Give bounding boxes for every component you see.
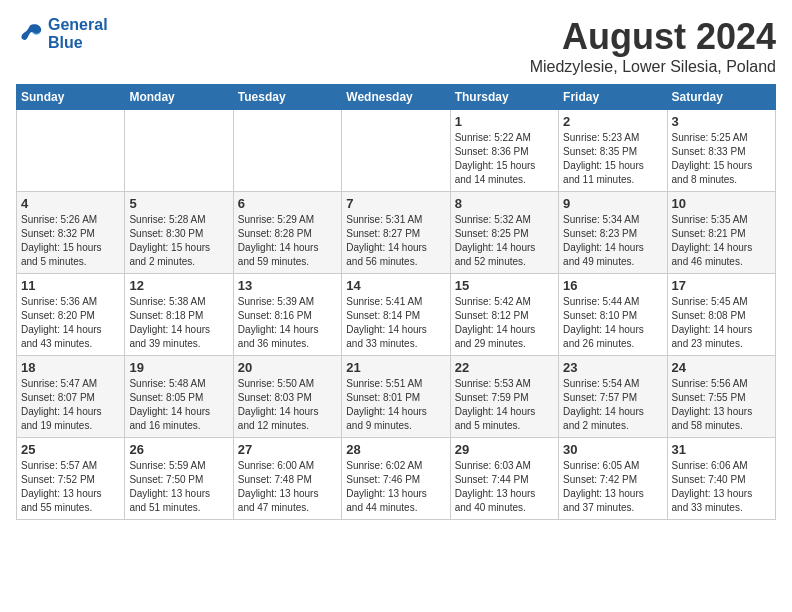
calendar-cell: 22Sunrise: 5:53 AM Sunset: 7:59 PM Dayli…	[450, 356, 558, 438]
calendar-cell: 27Sunrise: 6:00 AM Sunset: 7:48 PM Dayli…	[233, 438, 341, 520]
calendar-cell	[125, 110, 233, 192]
day-info: Sunrise: 5:22 AM Sunset: 8:36 PM Dayligh…	[455, 131, 554, 187]
day-info: Sunrise: 6:05 AM Sunset: 7:42 PM Dayligh…	[563, 459, 662, 515]
calendar-cell: 9Sunrise: 5:34 AM Sunset: 8:23 PM Daylig…	[559, 192, 667, 274]
calendar-cell: 1Sunrise: 5:22 AM Sunset: 8:36 PM Daylig…	[450, 110, 558, 192]
day-info: Sunrise: 5:42 AM Sunset: 8:12 PM Dayligh…	[455, 295, 554, 351]
day-info: Sunrise: 5:28 AM Sunset: 8:30 PM Dayligh…	[129, 213, 228, 269]
calendar-cell	[342, 110, 450, 192]
calendar-cell: 10Sunrise: 5:35 AM Sunset: 8:21 PM Dayli…	[667, 192, 775, 274]
day-info: Sunrise: 5:44 AM Sunset: 8:10 PM Dayligh…	[563, 295, 662, 351]
day-info: Sunrise: 6:00 AM Sunset: 7:48 PM Dayligh…	[238, 459, 337, 515]
day-number: 27	[238, 442, 337, 457]
day-info: Sunrise: 5:54 AM Sunset: 7:57 PM Dayligh…	[563, 377, 662, 433]
calendar-cell: 12Sunrise: 5:38 AM Sunset: 8:18 PM Dayli…	[125, 274, 233, 356]
day-info: Sunrise: 5:50 AM Sunset: 8:03 PM Dayligh…	[238, 377, 337, 433]
day-number: 15	[455, 278, 554, 293]
day-number: 1	[455, 114, 554, 129]
calendar-cell: 18Sunrise: 5:47 AM Sunset: 8:07 PM Dayli…	[17, 356, 125, 438]
weekday-header-thursday: Thursday	[450, 85, 558, 110]
day-info: Sunrise: 5:48 AM Sunset: 8:05 PM Dayligh…	[129, 377, 228, 433]
calendar-cell: 7Sunrise: 5:31 AM Sunset: 8:27 PM Daylig…	[342, 192, 450, 274]
day-number: 10	[672, 196, 771, 211]
day-info: Sunrise: 5:59 AM Sunset: 7:50 PM Dayligh…	[129, 459, 228, 515]
day-number: 18	[21, 360, 120, 375]
day-number: 26	[129, 442, 228, 457]
calendar-cell	[233, 110, 341, 192]
calendar-cell: 23Sunrise: 5:54 AM Sunset: 7:57 PM Dayli…	[559, 356, 667, 438]
day-info: Sunrise: 5:36 AM Sunset: 8:20 PM Dayligh…	[21, 295, 120, 351]
logo-line1: General	[48, 16, 108, 34]
weekday-header-saturday: Saturday	[667, 85, 775, 110]
day-number: 2	[563, 114, 662, 129]
calendar-cell: 4Sunrise: 5:26 AM Sunset: 8:32 PM Daylig…	[17, 192, 125, 274]
day-info: Sunrise: 5:34 AM Sunset: 8:23 PM Dayligh…	[563, 213, 662, 269]
calendar-cell: 21Sunrise: 5:51 AM Sunset: 8:01 PM Dayli…	[342, 356, 450, 438]
day-number: 3	[672, 114, 771, 129]
calendar-cell: 31Sunrise: 6:06 AM Sunset: 7:40 PM Dayli…	[667, 438, 775, 520]
page-title: August 2024	[530, 16, 776, 58]
day-info: Sunrise: 5:53 AM Sunset: 7:59 PM Dayligh…	[455, 377, 554, 433]
day-number: 30	[563, 442, 662, 457]
calendar-cell: 2Sunrise: 5:23 AM Sunset: 8:35 PM Daylig…	[559, 110, 667, 192]
logo-icon	[16, 20, 44, 48]
calendar-cell	[17, 110, 125, 192]
day-number: 9	[563, 196, 662, 211]
day-number: 4	[21, 196, 120, 211]
day-number: 19	[129, 360, 228, 375]
day-number: 5	[129, 196, 228, 211]
calendar-cell: 16Sunrise: 5:44 AM Sunset: 8:10 PM Dayli…	[559, 274, 667, 356]
weekday-header-monday: Monday	[125, 85, 233, 110]
day-number: 24	[672, 360, 771, 375]
weekday-header-sunday: Sunday	[17, 85, 125, 110]
day-number: 22	[455, 360, 554, 375]
calendar-cell: 5Sunrise: 5:28 AM Sunset: 8:30 PM Daylig…	[125, 192, 233, 274]
day-info: Sunrise: 6:03 AM Sunset: 7:44 PM Dayligh…	[455, 459, 554, 515]
calendar-cell: 25Sunrise: 5:57 AM Sunset: 7:52 PM Dayli…	[17, 438, 125, 520]
logo: General Blue	[16, 16, 108, 51]
day-info: Sunrise: 5:45 AM Sunset: 8:08 PM Dayligh…	[672, 295, 771, 351]
day-number: 21	[346, 360, 445, 375]
calendar-cell: 3Sunrise: 5:25 AM Sunset: 8:33 PM Daylig…	[667, 110, 775, 192]
calendar-cell: 29Sunrise: 6:03 AM Sunset: 7:44 PM Dayli…	[450, 438, 558, 520]
day-number: 25	[21, 442, 120, 457]
day-info: Sunrise: 5:51 AM Sunset: 8:01 PM Dayligh…	[346, 377, 445, 433]
day-info: Sunrise: 6:02 AM Sunset: 7:46 PM Dayligh…	[346, 459, 445, 515]
calendar-cell: 15Sunrise: 5:42 AM Sunset: 8:12 PM Dayli…	[450, 274, 558, 356]
page-subtitle: Miedzylesie, Lower Silesia, Poland	[530, 58, 776, 76]
day-info: Sunrise: 5:35 AM Sunset: 8:21 PM Dayligh…	[672, 213, 771, 269]
day-number: 28	[346, 442, 445, 457]
weekday-header-friday: Friday	[559, 85, 667, 110]
weekday-header-wednesday: Wednesday	[342, 85, 450, 110]
day-number: 29	[455, 442, 554, 457]
day-info: Sunrise: 5:38 AM Sunset: 8:18 PM Dayligh…	[129, 295, 228, 351]
day-number: 7	[346, 196, 445, 211]
day-number: 14	[346, 278, 445, 293]
calendar-cell: 13Sunrise: 5:39 AM Sunset: 8:16 PM Dayli…	[233, 274, 341, 356]
calendar-cell: 17Sunrise: 5:45 AM Sunset: 8:08 PM Dayli…	[667, 274, 775, 356]
day-info: Sunrise: 5:41 AM Sunset: 8:14 PM Dayligh…	[346, 295, 445, 351]
calendar-cell: 20Sunrise: 5:50 AM Sunset: 8:03 PM Dayli…	[233, 356, 341, 438]
calendar-cell: 28Sunrise: 6:02 AM Sunset: 7:46 PM Dayli…	[342, 438, 450, 520]
day-number: 12	[129, 278, 228, 293]
day-info: Sunrise: 6:06 AM Sunset: 7:40 PM Dayligh…	[672, 459, 771, 515]
weekday-header-tuesday: Tuesday	[233, 85, 341, 110]
day-number: 23	[563, 360, 662, 375]
day-number: 20	[238, 360, 337, 375]
day-info: Sunrise: 5:23 AM Sunset: 8:35 PM Dayligh…	[563, 131, 662, 187]
day-info: Sunrise: 5:47 AM Sunset: 8:07 PM Dayligh…	[21, 377, 120, 433]
day-number: 13	[238, 278, 337, 293]
day-number: 17	[672, 278, 771, 293]
day-info: Sunrise: 5:31 AM Sunset: 8:27 PM Dayligh…	[346, 213, 445, 269]
day-number: 8	[455, 196, 554, 211]
day-number: 16	[563, 278, 662, 293]
day-number: 6	[238, 196, 337, 211]
logo-line2: Blue	[48, 34, 108, 52]
calendar-cell: 14Sunrise: 5:41 AM Sunset: 8:14 PM Dayli…	[342, 274, 450, 356]
day-number: 11	[21, 278, 120, 293]
calendar-table: SundayMondayTuesdayWednesdayThursdayFrid…	[16, 84, 776, 520]
calendar-cell: 11Sunrise: 5:36 AM Sunset: 8:20 PM Dayli…	[17, 274, 125, 356]
day-number: 31	[672, 442, 771, 457]
day-info: Sunrise: 5:25 AM Sunset: 8:33 PM Dayligh…	[672, 131, 771, 187]
day-info: Sunrise: 5:32 AM Sunset: 8:25 PM Dayligh…	[455, 213, 554, 269]
